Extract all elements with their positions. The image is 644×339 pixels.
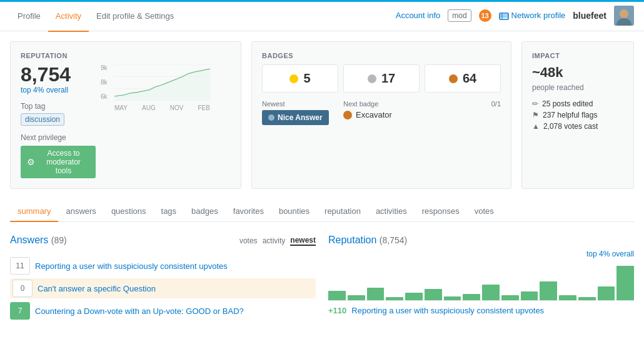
impact-number: ~48k <box>532 64 623 81</box>
rep-bar <box>521 291 538 300</box>
rep-bar <box>559 295 576 300</box>
rep-bar <box>616 266 634 300</box>
impact-sub: people reached <box>532 83 623 92</box>
svg-point-5 <box>620 9 628 18</box>
avatar-image <box>614 6 634 26</box>
gold-count: 5 <box>303 71 310 86</box>
bronze-badge-box[interactable]: 64 <box>425 64 501 93</box>
rep-bar <box>444 296 461 300</box>
pencil-icon: ✏ <box>532 99 538 108</box>
rep-bar <box>482 285 500 300</box>
network-profile-link[interactable]: Network profile <box>499 11 566 21</box>
rep-gain-link[interactable]: Reporting a user with suspiciously consi… <box>351 306 544 315</box>
rep-bar <box>386 297 403 300</box>
next-badge-progress: 0/1 <box>491 100 501 108</box>
nice-answer-dot <box>268 114 274 121</box>
answer-link-3[interactable]: Countering a Down-vote with an Up-vote: … <box>35 306 244 316</box>
answers-tab-newest[interactable]: newest <box>290 236 316 246</box>
silver-badge-box[interactable]: 17 <box>343 64 420 93</box>
subnav-votes[interactable]: votes <box>467 201 501 222</box>
rep-bar <box>348 295 365 300</box>
excavator-label: Excavator <box>356 110 392 119</box>
rep-section-link[interactable]: Reputation <box>328 235 376 245</box>
answers-count: (89) <box>51 235 67 245</box>
top-tag-label: Top tag <box>21 102 96 111</box>
excavator-dot <box>343 111 352 119</box>
x-label-feb: FEB <box>198 104 210 111</box>
answers-tab-activity[interactable]: activity <box>263 236 286 245</box>
rep-chart: 9k 8k 6k <box>101 64 231 178</box>
subnav-summary[interactable]: summary <box>10 201 58 222</box>
helpful-flags-label: 237 helpful flags <box>543 111 597 119</box>
mod-badge[interactable]: mod <box>448 9 471 22</box>
answers-tab-votes[interactable]: votes <box>239 236 258 245</box>
rep-bar <box>501 295 519 300</box>
subnav-badges[interactable]: badges <box>184 201 226 222</box>
rep-gain-amount: +110 <box>328 306 346 315</box>
rep-left: 8,754 top 4% overall Top tag discussion … <box>21 64 96 178</box>
x-label-may: MAY <box>114 104 128 111</box>
rep-top-label[interactable]: top 4% overall <box>328 250 634 258</box>
answer-item-3: 7 Countering a Down-vote with an Up-vote… <box>10 302 316 320</box>
flag-icon: ⚑ <box>532 111 539 119</box>
posts-edited-label: 25 posts edited <box>542 99 593 108</box>
subnav-favorites[interactable]: favorites <box>226 201 271 222</box>
chart-x-labels: MAY AUG NOV FEB <box>114 104 210 111</box>
rep-section-count: (8,754) <box>380 235 407 245</box>
account-info-link[interactable]: Account info <box>396 11 441 20</box>
nice-answer-badge[interactable]: Nice Answer <box>262 110 329 125</box>
badges-grid: 5 17 64 <box>262 64 501 93</box>
answer-link-2[interactable]: Can't answer a specific Question <box>38 284 156 293</box>
tab-profile[interactable]: Profile <box>10 1 48 32</box>
subnav-reputation[interactable]: reputation <box>317 201 368 222</box>
notification-badge[interactable]: 13 <box>479 9 491 22</box>
rep-number: 8,754 <box>21 64 96 84</box>
nice-answer-label: Nice Answer <box>278 113 323 122</box>
chart-container: 9k 8k 6k <box>101 64 210 111</box>
sub-navigation: summary answers questions tags badges fa… <box>10 201 634 222</box>
answers-link[interactable]: Answers <box>10 235 48 245</box>
top-tag-pill[interactable]: discussion <box>21 113 64 126</box>
x-label-nov: NOV <box>170 104 184 111</box>
y-label-9k: 9k <box>101 64 108 71</box>
tab-edit[interactable]: Edit profile & Settings <box>89 1 181 32</box>
avatar[interactable] <box>614 6 634 26</box>
impact-stat-votes: ▲ 2,078 votes cast <box>532 122 623 131</box>
badges-card: BADGES 5 17 64 Newest <box>251 41 511 189</box>
chart-y-labels: 9k 8k 6k <box>101 64 108 100</box>
answers-title: Answers (89) <box>10 235 67 246</box>
reputation-section: Reputation (8,754) top 4% overall +110 R… <box>328 235 634 323</box>
vote-count-3: 7 <box>10 302 30 320</box>
answer-link-1[interactable]: Reporting a user with suspiciously consi… <box>35 261 228 271</box>
tab-activity[interactable]: Activity <box>48 1 89 32</box>
reputation-inner: 8,754 top 4% overall Top tag discussion … <box>21 64 231 178</box>
main-nav-tabs: Profile Activity Edit profile & Settings <box>10 0 181 31</box>
triangle-icon: ▲ <box>532 122 540 131</box>
subnav-bounties[interactable]: bounties <box>271 201 317 222</box>
newest-badge-section: Newest Nice Answer <box>262 100 338 125</box>
gold-badge-box[interactable]: 5 <box>262 64 338 93</box>
rep-section-title: Reputation (8,754) <box>328 235 634 246</box>
badges-bottom: Newest Nice Answer Next badge 0/1 Excava… <box>262 100 501 125</box>
subnav-tags[interactable]: tags <box>154 201 184 222</box>
y-label-6k: 6k <box>101 93 108 100</box>
next-priv-label: Next privilege <box>21 133 96 142</box>
next-priv-button[interactable]: ⚙ Access to moderator tools <box>21 146 96 178</box>
answers-section: Answers (89) votes activity newest 11 Re… <box>10 235 316 323</box>
priv-button-icon: ⚙ <box>27 157 35 167</box>
x-label-aug: AUG <box>142 104 156 111</box>
bronze-count: 64 <box>463 71 476 86</box>
next-badge-section: Next badge 0/1 Excavator <box>343 100 501 125</box>
subnav-questions[interactable]: questions <box>104 201 154 222</box>
y-label-8k: 8k <box>101 79 108 86</box>
subnav-answers[interactable]: answers <box>58 201 103 222</box>
silver-badge-dot <box>368 74 376 83</box>
reputation-card-label: REPUTATION <box>21 52 231 59</box>
chart-svg <box>114 64 210 101</box>
subnav-activities[interactable]: activities <box>368 201 415 222</box>
gold-badge-dot <box>289 74 298 83</box>
username-label: bluefeet <box>573 11 606 21</box>
rep-bar <box>463 294 480 300</box>
rep-overall[interactable]: top 4% overall <box>21 86 96 94</box>
subnav-responses[interactable]: responses <box>415 201 467 222</box>
